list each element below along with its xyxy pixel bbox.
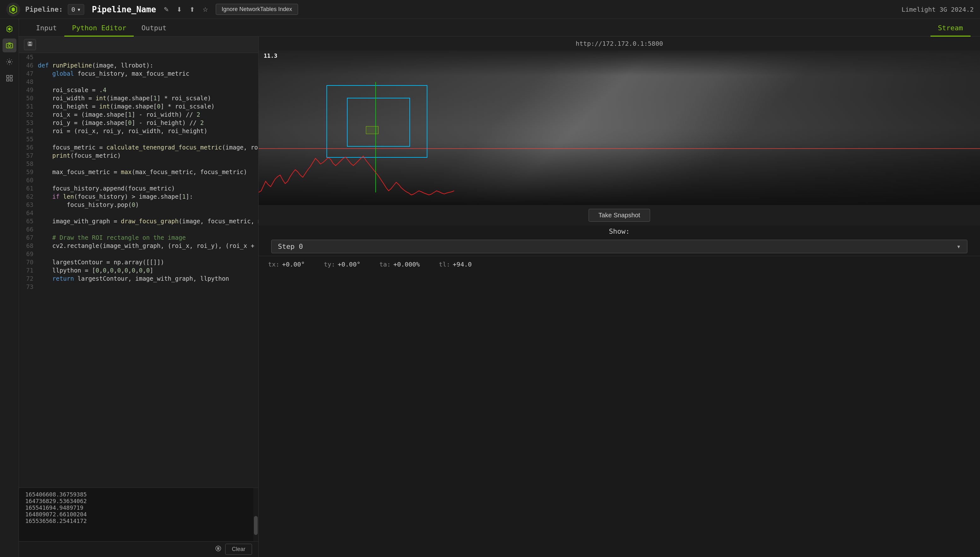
table-row: 48	[19, 78, 258, 86]
svg-point-15	[216, 546, 221, 551]
metric-tx: tx: +0.00°	[268, 261, 305, 268]
metric-ta: ta: +0.000%	[379, 261, 420, 268]
show-label: Show:	[259, 225, 980, 237]
step-selector[interactable]: Step 0 ▾	[271, 240, 967, 253]
table-row: 65 image_with_graph = draw_focus_graph(i…	[19, 217, 258, 225]
svg-rect-16	[217, 547, 218, 550]
pipeline-selector[interactable]: 0 ▾	[68, 4, 84, 15]
table-row: 58	[19, 160, 258, 168]
main-area: Input Python Editor Output Stream	[19, 19, 980, 557]
toolbar-icons: ✎ ⬇ ⬆ ☆	[161, 5, 211, 15]
console-scrollbar-thumb	[254, 516, 258, 535]
metrics-row: tx: +0.00° ty: +0.00° ta: +0.000% tl: +9…	[259, 256, 980, 272]
stream-url: http://172.172.0.1:5800	[259, 37, 980, 50]
save-file-button[interactable]	[24, 39, 36, 50]
clear-button[interactable]: Clear	[225, 544, 252, 555]
tl-label: tl:	[439, 261, 450, 268]
step-selector-container: Step 0 ▾	[259, 237, 980, 256]
console-scrollbar[interactable]	[253, 488, 258, 541]
console-line: 165406608.36759385	[25, 491, 252, 498]
tab-python-editor[interactable]: Python Editor	[64, 20, 134, 37]
table-row: 64	[19, 209, 258, 217]
table-row: 61 focus_history.append(focus_metric)	[19, 184, 258, 192]
right-panel: http://172.172.0.1:5800	[259, 37, 980, 557]
svg-rect-17	[218, 547, 219, 550]
console-pause-button[interactable]	[215, 545, 221, 553]
ty-value: +0.00°	[338, 261, 361, 268]
svg-marker-1	[12, 7, 15, 12]
fps-overlay: 11.3	[264, 52, 277, 59]
console-panel: 165406608.36759385 164736829.53634062 16…	[19, 488, 258, 557]
sidebar-item-camera[interactable]	[3, 39, 16, 52]
tab-input[interactable]: Input	[28, 20, 64, 37]
tab-output[interactable]: Output	[134, 20, 174, 37]
console-line: 165541694.9489719	[25, 504, 252, 511]
sidebar-item-logo[interactable]	[3, 22, 16, 36]
table-row: 60	[19, 176, 258, 184]
stream-controls: Take Snapshot	[259, 205, 980, 225]
table-row: 62 if len(focus_history) > image.shape[1…	[19, 192, 258, 200]
table-row: 66	[19, 225, 258, 233]
tl-value: +94.0	[453, 261, 472, 268]
focus-graph	[259, 136, 454, 205]
table-row: 52 roi_x = (image.shape[1] - roi_width) …	[19, 111, 258, 119]
table-row: 53 roi_y = (image.shape[0] - roi_height)…	[19, 119, 258, 127]
camera-top-gradient	[259, 50, 980, 76]
detection-box	[366, 126, 379, 134]
app-version: Limelight 3G 2024.2	[902, 6, 974, 13]
table-row: 47 global focus_history, max_focus_metri…	[19, 69, 258, 78]
ta-label: ta:	[379, 261, 391, 268]
console-line: 164809072.66100204	[25, 511, 252, 518]
code-lines: 45 46 def runPipeline(image, llrobot): 4…	[19, 53, 258, 291]
upload-button[interactable]: ⬆	[187, 5, 197, 15]
sidebar-item-settings[interactable]	[3, 55, 16, 69]
table-row: 59 max_focus_metric = max(max_focus_metr…	[19, 168, 258, 176]
pipeline-dropdown-icon: ▾	[77, 6, 81, 13]
table-row: 54 roi = (roi_x, roi_y, roi_width, roi_h…	[19, 127, 258, 135]
svg-rect-10	[7, 79, 9, 81]
svg-rect-11	[10, 79, 12, 81]
content-split: 45 46 def runPipeline(image, llrobot): 4…	[19, 37, 980, 557]
tab-stream[interactable]: Stream	[931, 20, 970, 37]
pipeline-label: Pipeline:	[25, 5, 63, 13]
svg-rect-13	[29, 42, 31, 44]
table-row: 72 return largestContour, image_with_gra…	[19, 274, 258, 283]
svg-rect-8	[7, 75, 9, 78]
svg-rect-9	[10, 75, 12, 78]
svg-rect-6	[8, 42, 11, 44]
console-toolbar: Clear	[19, 541, 258, 557]
edit-button[interactable]: ✎	[161, 5, 172, 15]
download-button[interactable]: ⬇	[174, 5, 184, 15]
ignore-networktables-button[interactable]: Ignore NetworkTables Index	[216, 4, 298, 15]
table-row: 50 roi_width = int(image.shape[1] * roi_…	[19, 94, 258, 102]
table-row: 56 focus_metric = calculate_tenengrad_fo…	[19, 143, 258, 151]
snapshot-button[interactable]: Take Snapshot	[589, 209, 650, 222]
table-row: 67 # Draw the ROI rectangle on the image	[19, 233, 258, 242]
ty-label: ty:	[324, 261, 335, 268]
ta-value: +0.000%	[393, 261, 420, 268]
svg-rect-14	[29, 44, 31, 46]
sidebar-item-grid[interactable]	[3, 71, 16, 85]
star-button[interactable]: ☆	[200, 5, 211, 15]
svg-point-7	[8, 61, 10, 63]
console-content: 165406608.36759385 164736829.53634062 16…	[19, 488, 258, 541]
table-row: 69	[19, 250, 258, 258]
tx-label: tx:	[268, 261, 280, 268]
pipeline-name: Pipeline_Name	[92, 5, 156, 14]
code-area[interactable]: 45 46 def runPipeline(image, llrobot): 4…	[19, 53, 258, 488]
pipeline-num: 0	[71, 6, 75, 13]
editor-toolbar	[19, 37, 258, 53]
left-sidebar	[0, 19, 19, 557]
step-selector-value: Step 0	[278, 243, 303, 251]
table-row: 46 def runPipeline(image, llrobot):	[19, 61, 258, 69]
table-row: 70 largestContour = np.array([[]])	[19, 258, 258, 266]
stream-image-container: 11.3	[259, 50, 980, 205]
console-line: 164736829.53634062	[25, 498, 252, 504]
app-logo	[6, 3, 20, 16]
chevron-down-icon: ▾	[957, 243, 961, 251]
table-row: 45	[19, 53, 258, 61]
tx-value: +0.00°	[282, 261, 305, 268]
editor-panel: 45 46 def runPipeline(image, llrobot): 4…	[19, 37, 259, 557]
table-row: 49 roi_scsale = .4	[19, 86, 258, 94]
table-row: 68 cv2.rectangle(image_with_graph, (roi_…	[19, 242, 258, 250]
